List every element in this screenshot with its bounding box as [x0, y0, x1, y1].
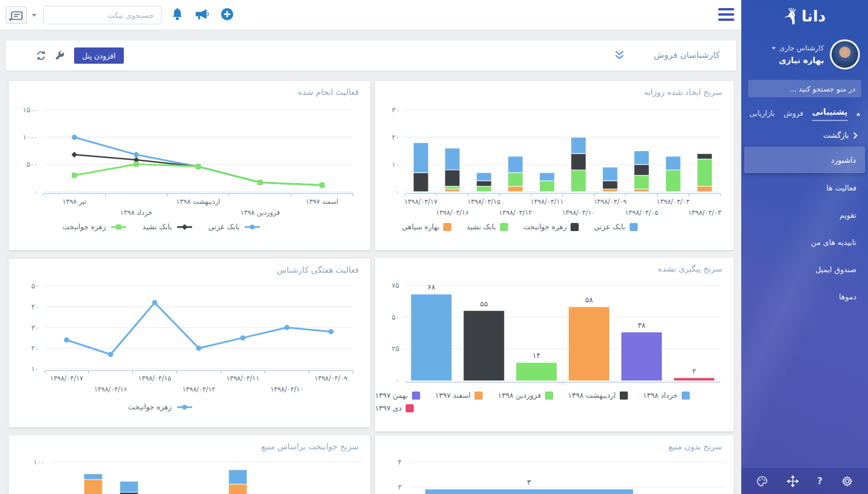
sidebar-footer: ? — [741, 468, 868, 494]
legend-swatch — [620, 391, 628, 400]
sidebar-item-4[interactable]: صندوق ایمیل — [741, 256, 868, 283]
y-tick-label: ۱۰۰۰ — [23, 133, 38, 141]
bell-icon[interactable] — [171, 8, 183, 24]
y-tick-label: ۳۰ — [31, 324, 39, 332]
sidebar-item-label: صندوق ایمیل — [815, 265, 856, 274]
ticket-icon — [11, 11, 23, 20]
user-block: کارشناس جاری بهاره نیازی — [741, 32, 868, 69]
sidebar-item-label: داشبورد — [831, 156, 856, 164]
bar-value-label: ۵۵ — [480, 299, 488, 308]
x-tick-label: ۱۳۹۸/۰۴/۰۵ — [625, 208, 658, 217]
menu-search-input[interactable] — [748, 80, 861, 97]
legend-item[interactable]: اردیبهشت ۱۳۹۸ — [568, 391, 628, 400]
megaphone-icon[interactable] — [194, 9, 209, 23]
ticket-type-selector[interactable] — [6, 6, 27, 24]
legend-label: بهاره سیاهی — [402, 222, 439, 231]
sidebar-item-3[interactable]: تاییدیه های من — [741, 229, 868, 256]
legend-swatch — [682, 391, 690, 400]
legend-label: اردیبهشت ۱۳۹۸ — [568, 391, 616, 400]
y-tick-label: ۱۰۰ — [34, 458, 45, 466]
legend-item[interactable]: خرداد ۱۳۹۸ — [643, 391, 690, 400]
x-tick-label: ۱۳۹۸/۰۴/۰۳ — [688, 208, 721, 217]
sidebar-item-5[interactable]: دموها — [741, 283, 868, 310]
x-tick-label: ۱۳۹۸/۰۴/۱۷ — [404, 197, 437, 206]
x-tick-label: فروردین ۱۳۹۸ — [240, 208, 279, 217]
legend-item[interactable]: بابک عزتی — [208, 222, 261, 231]
y-tick-label: ۴ — [398, 458, 402, 466]
x-tick-label: ۱۳۹۸/۰۴/۱۱ — [226, 374, 259, 382]
app-logo[interactable]: دانا — [741, 0, 868, 32]
panel-title: کارشناسان فروش — [653, 50, 720, 60]
legend-item[interactable]: فروردین ۱۳۹۸ — [498, 391, 553, 400]
chart-legend: بابک عزتیبابک نشیدزهره جوانبخت — [9, 222, 343, 231]
sidebar-item-2[interactable]: تقویم — [741, 202, 868, 229]
x-tick-label: ۱۳۹۸/۰۴/۱۵ — [468, 197, 501, 206]
add-panel-button[interactable]: افزودن پنل — [74, 47, 124, 64]
avatar[interactable] — [830, 39, 860, 69]
legend-label: زهره جوانبخت — [62, 222, 106, 231]
sidebar: دانا کارشناس جاری بهاره نیازی — [741, 0, 868, 494]
legend-item[interactable]: دی ۱۳۹۷ — [375, 404, 414, 412]
chart-card-2: فعالیت هفتگی کارشناس۱۰۲۰۳۰۴۰۵۰۱۳۹۸/۰۴/۱۷… — [9, 259, 370, 427]
caret-down-icon[interactable] — [32, 14, 36, 17]
y-tick-label: ۳۰ — [392, 106, 399, 114]
sidebar-item-label: تاییدیه های من — [811, 238, 856, 247]
chart-legend: خرداد ۱۳۹۸اردیبهشت ۱۳۹۸فروردین ۱۳۹۸اسفند… — [375, 391, 734, 400]
sidebar-menu: داشبوردفعالیت هاتقویمتاییدیه های منصندوق… — [741, 147, 868, 310]
y-tick-label: ۱۰ — [31, 365, 39, 373]
user-name: بهاره نیازی — [749, 56, 824, 65]
y-tick-label: ۰ — [396, 188, 399, 196]
x-tick-label: ۱۳۹۸/۰۴/۱۷ — [50, 374, 83, 382]
sidebar-item-back[interactable]: بازگشت — [741, 124, 868, 144]
bar-value-label: ۳۸ — [638, 321, 646, 330]
gear-icon[interactable] — [841, 475, 853, 487]
legend-label: بابک نشید — [142, 222, 172, 231]
tab-support[interactable]: پشتیبانی — [812, 107, 847, 121]
sidebar-item-0[interactable]: داشبورد — [744, 147, 865, 173]
app-root: افزودن پنل کارشناسان فروش فعالیت انجام ش… — [0, 0, 868, 494]
legend-item[interactable]: زهره جوانبخت — [128, 402, 193, 411]
move-icon[interactable] — [787, 475, 799, 487]
chart-legend: دی ۱۳۹۷ — [375, 404, 734, 412]
back-label: بازگشت — [823, 131, 849, 140]
sidebar-item-1[interactable]: فعالیت ها — [741, 174, 868, 202]
tab-sales[interactable]: فروش — [784, 109, 803, 120]
help-icon[interactable]: ? — [817, 475, 822, 486]
legend-item[interactable]: بهمن ۱۳۹۷ — [375, 391, 420, 400]
legend-line-marker — [244, 224, 261, 230]
legend-item[interactable]: بابک عزتی — [594, 222, 637, 231]
legend-swatch — [406, 404, 414, 412]
legend-label: بابک عزتی — [208, 222, 240, 231]
chart-card-1: سرنخ ایجاد شده روزانه۰۱۰۲۰۳۰۱۳۹۸/۰۴/۱۷۱۳… — [375, 81, 734, 250]
chart-canvas: ۴۳۳ — [375, 436, 734, 494]
legend-swatch — [443, 223, 451, 231]
hamburger-menu-icon[interactable] — [718, 8, 734, 22]
y-tick-label: ۰ — [34, 188, 38, 196]
legend-item[interactable]: زهره جوانبخت — [523, 222, 579, 231]
sidebar-item-label: تقویم — [840, 211, 856, 219]
x-tick-label: ۱۳۹۸/۰۴/۱۶ — [436, 208, 469, 217]
home-icon[interactable] — [856, 109, 860, 120]
bar-value-label: ۵۸ — [585, 295, 593, 304]
bar-value-label: ۲ — [692, 367, 696, 375]
legend-item[interactable]: اسفند ۱۳۹۷ — [435, 391, 483, 400]
chevron-right-icon — [853, 132, 858, 139]
add-circle-icon[interactable] — [220, 8, 234, 23]
ticket-search-input[interactable] — [43, 6, 161, 24]
x-tick-label: ۱۳۹۸/۰۴/۰۹ — [594, 197, 627, 206]
legend-label: دی ۱۳۹۷ — [375, 404, 402, 412]
legend-item[interactable]: بابک نشید — [466, 222, 508, 231]
chart-legend: زهره جوانبخت — [9, 402, 341, 411]
x-tick-label: ۱۳۹۸/۰۴/۱۲ — [182, 385, 215, 393]
legend-swatch — [412, 391, 420, 400]
legend-item[interactable]: بابک نشید — [142, 222, 193, 231]
tab-marketing[interactable]: بازاریابی — [749, 109, 775, 120]
collapse-chevrons-icon[interactable] — [615, 50, 624, 62]
current-expert-selector[interactable]: کارشناس جاری — [749, 44, 824, 52]
wrench-icon[interactable] — [54, 50, 65, 63]
palette-icon[interactable] — [756, 475, 768, 487]
refresh-icon[interactable] — [36, 50, 46, 63]
legend-item[interactable]: بهاره سیاهی — [402, 222, 451, 231]
chart-card-5: سرنخ بدون منبع۴۳۳ — [375, 436, 734, 494]
legend-item[interactable]: زهره جوانبخت — [62, 222, 127, 231]
